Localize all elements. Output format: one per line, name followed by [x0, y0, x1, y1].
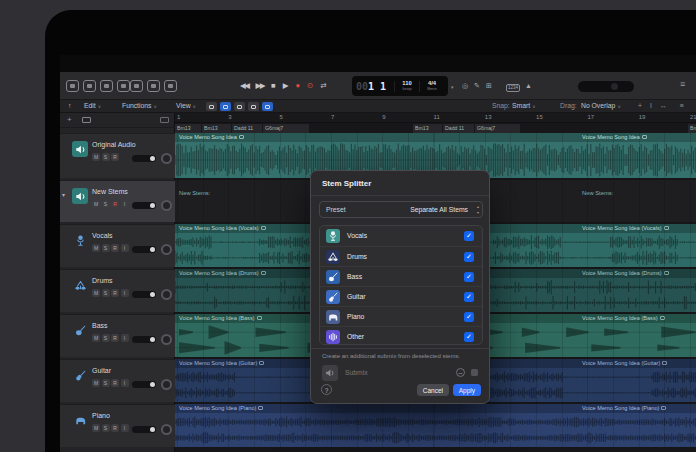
loop-button[interactable] — [248, 102, 259, 111]
stem-row-bass[interactable]: Bass✓ — [320, 266, 482, 286]
stem-checkbox[interactable]: ✓ — [464, 332, 474, 342]
submix-swatch-icon[interactable] — [471, 369, 478, 376]
record-button[interactable]: ● — [295, 78, 300, 93]
quick-help-button[interactable] — [100, 80, 113, 92]
mute-button[interactable]: M — [92, 334, 100, 342]
solo-button[interactable]: S — [102, 424, 110, 432]
drag-select[interactable]: No Overlap∨ — [581, 102, 621, 109]
editors-button[interactable] — [164, 80, 177, 92]
functions-menu[interactable]: Functions∨ — [122, 102, 157, 109]
region-header[interactable]: Voice Memo Song IdeaVoice Memo Song Idea — [175, 133, 696, 142]
drag-up-icon[interactable]: ↑ — [68, 102, 71, 109]
lcd-chevron-icon[interactable]: ▾ — [451, 84, 454, 90]
capture-record-button[interactable]: ⊙ — [307, 78, 313, 93]
stem-checkbox[interactable]: ✓ — [464, 312, 474, 322]
pan-knob[interactable] — [161, 244, 172, 255]
snap-select[interactable]: Smart∨ — [512, 102, 535, 109]
help-button[interactable]: ? — [321, 384, 332, 395]
chord-cell[interactable]: G6maj7 — [475, 124, 520, 133]
stem-row-drums[interactable]: Drums✓ — [320, 246, 482, 266]
bar-ruler[interactable]: 13579111315171921 — [175, 113, 696, 123]
input-monitor-button[interactable]: I — [121, 334, 129, 342]
library-button[interactable] — [66, 80, 79, 92]
toolbar-button[interactable] — [117, 80, 130, 92]
solo-button[interactable]: S — [102, 289, 110, 297]
track-header-original-audio[interactable]: Original AudioMSR — [60, 133, 175, 178]
catch-playhead-icon[interactable]: ≡ — [680, 102, 684, 109]
preset-dropdown[interactable]: Preset Separate All Stems ▴▾ — [319, 201, 483, 218]
stem-checkbox[interactable]: ✓ — [464, 292, 474, 302]
rewind-button[interactable]: ◀◀ — [240, 78, 249, 93]
tuner-button[interactable]: ◎ — [462, 82, 468, 90]
key-signature-display[interactable]: 4/4 Bmin — [419, 81, 444, 92]
lcd-display[interactable]: 001 1 110 keep 4/4 Bmin — [352, 76, 448, 96]
input-monitor-button[interactable]: I — [121, 379, 129, 387]
count-in-button[interactable]: 1234 — [506, 84, 520, 92]
edit-menu[interactable]: Edit∨ — [84, 102, 101, 109]
mixer-button[interactable] — [147, 80, 160, 92]
grid-button[interactable] — [206, 102, 217, 111]
text-tool-icon[interactable]: I — [650, 102, 652, 109]
stem-row-piano[interactable]: Piano✓ — [320, 306, 482, 326]
stem-row-other[interactable]: Other✓ — [320, 326, 482, 346]
stem-row-vocals[interactable]: Vocals✓ — [320, 226, 482, 246]
track-header-drums[interactable]: DrumsMSRI — [60, 269, 175, 312]
collaborate-button[interactable] — [262, 102, 273, 111]
chord-cell[interactable]: Bm13 — [202, 124, 231, 133]
chord-cell[interactable]: G6maj7 — [263, 124, 309, 133]
input-monitor-button[interactable]: I — [121, 244, 129, 252]
volume-slider[interactable] — [132, 246, 156, 253]
list-editors-button[interactable]: ≡ — [680, 79, 685, 89]
chord-cell[interactable]: Bm13 — [413, 124, 442, 133]
display-mode-button[interactable]: ⊞ — [486, 82, 492, 90]
record-enable-button[interactable]: R — [111, 244, 119, 252]
pan-knob[interactable] — [161, 200, 172, 211]
stop-button[interactable]: ■ — [271, 78, 276, 93]
smart-controls-button[interactable] — [130, 80, 143, 92]
automation-button[interactable] — [234, 102, 245, 111]
stem-row-guitar[interactable]: Guitar✓ — [320, 286, 482, 306]
view-menu[interactable]: View∨ — [176, 102, 196, 109]
track-alternatives-icon[interactable] — [82, 117, 91, 123]
chord-cell[interactable]: Bm13 — [175, 124, 201, 133]
volume-slider[interactable] — [132, 202, 156, 209]
mute-button[interactable]: M — [92, 153, 100, 161]
stem-checkbox[interactable]: ✓ — [464, 231, 474, 241]
disclosure-triangle-icon[interactable]: ▾ — [62, 191, 65, 198]
volume-slider[interactable] — [132, 381, 156, 388]
inspector-button[interactable] — [83, 80, 96, 92]
mute-button[interactable]: M — [92, 244, 100, 252]
stretch-tool-icon[interactable]: ↔ — [660, 102, 667, 109]
pan-knob[interactable] — [161, 379, 172, 390]
chord-cell[interactable]: Dadd 11 — [232, 124, 262, 133]
solo-button[interactable]: S — [102, 379, 110, 387]
minus-circle-icon[interactable]: – — [456, 368, 465, 377]
cancel-button[interactable]: Cancel — [417, 384, 449, 396]
cycle-button[interactable]: ⇄ — [320, 78, 326, 93]
mute-button[interactable]: M — [92, 379, 100, 387]
stem-checkbox[interactable]: ✓ — [464, 272, 474, 282]
solo-button[interactable]: S — [102, 334, 110, 342]
header-options-icon[interactable] — [160, 117, 169, 123]
input-monitor-button[interactable]: I — [121, 289, 129, 297]
regions-view-button[interactable] — [220, 102, 231, 111]
chord-cell[interactable]: Dadd 11 — [443, 124, 474, 133]
chord-cell[interactable]: Bm13 — [688, 124, 696, 133]
pencil-button[interactable]: ✎ — [474, 82, 480, 90]
volume-slider[interactable] — [132, 155, 156, 162]
track-header-guitar[interactable]: GuitarMSRI — [60, 359, 175, 402]
input-monitor-button[interactable]: I — [121, 200, 129, 208]
track-header-bass[interactable]: BassMSRI — [60, 314, 175, 357]
pan-knob[interactable] — [161, 334, 172, 345]
forward-button[interactable]: ▶▶ — [256, 78, 265, 93]
audio-region[interactable]: Voice Memo Song Idea (Piano)Voice Memo S… — [175, 404, 696, 447]
volume-slider[interactable] — [132, 291, 156, 298]
metronome-button[interactable]: ▲ — [525, 82, 532, 89]
region-header[interactable]: Voice Memo Song Idea (Piano)Voice Memo S… — [175, 404, 696, 413]
solo-button[interactable]: S — [102, 244, 110, 252]
record-enable-button[interactable]: R — [111, 289, 119, 297]
record-enable-button[interactable]: R — [111, 334, 119, 342]
crosshair-icon[interactable]: + — [638, 102, 642, 109]
record-enable-button[interactable]: R — [111, 200, 119, 208]
track-header-piano[interactable]: PianoMSRI — [60, 404, 175, 447]
